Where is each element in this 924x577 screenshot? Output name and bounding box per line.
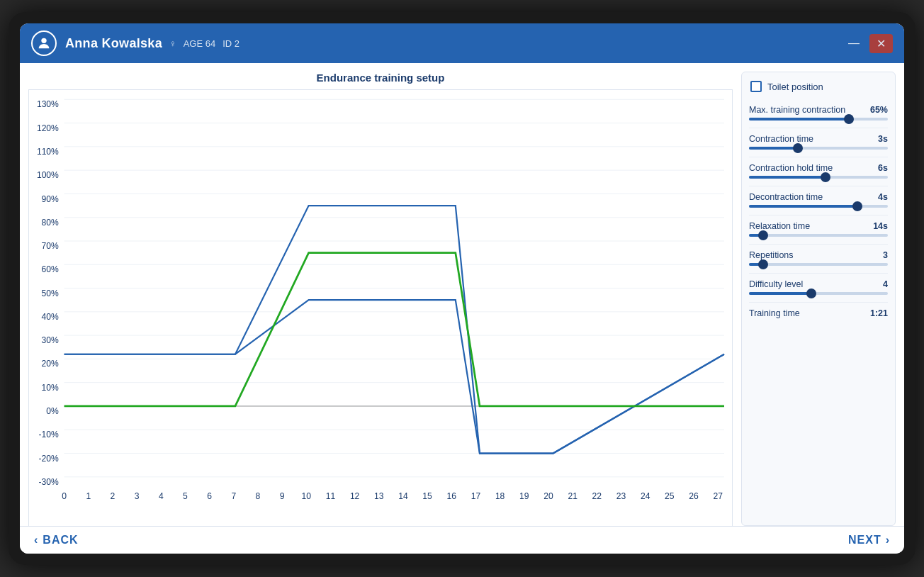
toilet-position-row: Toilet position — [749, 78, 888, 95]
svg-text:1: 1 — [86, 491, 91, 501]
main-area: Endurance training setup 130% 120% 110% … — [20, 63, 904, 526]
svg-text:5: 5 — [183, 491, 188, 501]
relaxation-label: Relaxation time — [749, 221, 810, 231]
relaxation-value: 14s — [873, 221, 888, 231]
repetitions-slider[interactable] — [749, 263, 888, 266]
back-label: BACK — [43, 534, 78, 547]
svg-text:-30%: -30% — [39, 477, 59, 487]
decontraction-label: Decontraction time — [749, 192, 823, 202]
max-training-label: Max. training contraction — [749, 105, 845, 115]
control-relaxation: Relaxation time 14s — [749, 217, 888, 245]
svg-text:24: 24 — [641, 491, 650, 501]
patient-gender: ♀ — [169, 38, 176, 49]
svg-text:9: 9 — [280, 491, 285, 501]
svg-text:130%: 130% — [37, 99, 59, 109]
difficulty-value: 4 — [883, 279, 888, 289]
svg-text:-10%: -10% — [39, 430, 59, 439]
svg-point-0 — [41, 38, 46, 43]
control-training-time: Training time 1:21 — [749, 304, 888, 325]
svg-text:100%: 100% — [37, 170, 59, 180]
svg-text:17: 17 — [471, 491, 481, 501]
repetitions-label: Repetitions — [749, 250, 794, 260]
control-contraction-time: Contraction time 3s — [749, 130, 888, 157]
svg-text:12: 12 — [350, 491, 360, 501]
patient-age: AGE 64 — [184, 38, 216, 49]
svg-text:19: 19 — [519, 491, 529, 501]
avatar — [31, 30, 57, 56]
patient-id: ID 2 — [222, 38, 240, 49]
relaxation-slider[interactable] — [749, 234, 888, 237]
svg-text:18: 18 — [495, 491, 505, 501]
contraction-hold-slider[interactable] — [749, 176, 888, 179]
decontraction-slider[interactable] — [749, 205, 888, 208]
contraction-time-value: 3s — [878, 134, 888, 144]
svg-text:22: 22 — [592, 491, 602, 501]
minimize-button[interactable]: — — [841, 34, 867, 52]
svg-text:-20%: -20% — [39, 454, 59, 464]
controls-panel: Toilet position Max. training contractio… — [741, 72, 896, 526]
svg-text:15: 15 — [422, 491, 432, 501]
toilet-position-checkbox[interactable] — [750, 81, 762, 92]
svg-text:8: 8 — [256, 491, 261, 501]
svg-text:10%: 10% — [42, 383, 59, 393]
header-bar: Anna Kowalska ♀ AGE 64 ID 2 — ✕ — [20, 23, 904, 63]
back-button[interactable]: ‹ BACK — [34, 534, 79, 547]
next-label: NEXT — [848, 534, 881, 547]
svg-text:0%: 0% — [46, 406, 59, 416]
svg-text:7: 7 — [231, 491, 236, 501]
svg-text:50%: 50% — [42, 288, 59, 298]
control-repetitions: Repetitions 3 — [749, 246, 888, 274]
svg-text:23: 23 — [616, 491, 626, 501]
repetitions-value: 3 — [883, 250, 888, 260]
decontraction-value: 4s — [878, 192, 888, 202]
svg-text:70%: 70% — [42, 241, 59, 251]
chart-svg: 130% 120% 110% 100% 90% 80% 70% 60% 50% … — [29, 90, 732, 526]
contraction-time-label: Contraction time — [749, 134, 813, 144]
svg-text:10: 10 — [302, 491, 312, 501]
svg-text:21: 21 — [568, 491, 578, 501]
contraction-time-slider[interactable] — [749, 147, 888, 150]
svg-text:60%: 60% — [42, 264, 59, 274]
svg-text:20: 20 — [543, 491, 553, 501]
svg-text:16: 16 — [447, 491, 457, 501]
training-time-label: Training time — [749, 308, 800, 318]
chart-section: Endurance training setup 130% 120% 110% … — [28, 72, 733, 526]
next-chevron-icon: › — [886, 534, 890, 547]
chart-title: Endurance training setup — [28, 72, 733, 84]
svg-text:11: 11 — [326, 491, 336, 501]
svg-text:13: 13 — [374, 491, 384, 501]
patient-name: Anna Kowalska — [65, 36, 162, 51]
control-max-training: Max. training contraction 65% — [749, 101, 888, 128]
svg-text:110%: 110% — [37, 147, 59, 157]
control-difficulty: Difficulty level 4 — [749, 275, 888, 303]
svg-text:80%: 80% — [42, 218, 59, 228]
svg-text:27: 27 — [713, 491, 723, 501]
svg-text:4: 4 — [159, 491, 164, 501]
chart-container: 130% 120% 110% 100% 90% 80% 70% 60% 50% … — [28, 89, 733, 526]
svg-text:14: 14 — [398, 491, 408, 501]
svg-text:2: 2 — [111, 491, 116, 501]
svg-text:90%: 90% — [42, 194, 59, 203]
contraction-hold-label: Contraction hold time — [749, 163, 833, 173]
difficulty-slider[interactable] — [749, 292, 888, 295]
svg-text:6: 6 — [207, 491, 212, 501]
device-frame: Anna Kowalska ♀ AGE 64 ID 2 — ✕ Enduranc… — [9, 12, 915, 565]
app-window: Anna Kowalska ♀ AGE 64 ID 2 — ✕ Enduranc… — [20, 23, 904, 554]
next-button[interactable]: NEXT › — [848, 534, 890, 547]
svg-text:120%: 120% — [37, 123, 59, 133]
svg-text:20%: 20% — [42, 359, 59, 369]
control-contraction-hold: Contraction hold time 6s — [749, 159, 888, 186]
svg-text:40%: 40% — [42, 312, 59, 322]
svg-text:26: 26 — [689, 491, 699, 501]
max-training-value: 65% — [870, 105, 888, 115]
svg-text:3: 3 — [135, 491, 140, 501]
difficulty-label: Difficulty level — [749, 279, 803, 289]
contraction-hold-value: 6s — [878, 163, 888, 173]
back-chevron-icon: ‹ — [34, 534, 38, 547]
close-button[interactable]: ✕ — [869, 34, 893, 53]
max-training-slider[interactable] — [749, 118, 888, 121]
svg-text:0: 0 — [62, 491, 67, 501]
svg-text:25: 25 — [665, 491, 675, 501]
footer: ‹ BACK NEXT › — [20, 526, 904, 554]
control-decontraction: Decontraction time 4s — [749, 188, 888, 215]
